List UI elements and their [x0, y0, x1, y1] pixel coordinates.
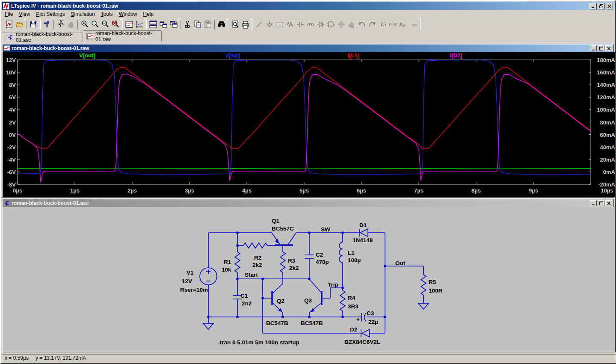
mirror-icon: EƎ — [388, 20, 397, 29]
svg-text:10k: 10k — [222, 266, 231, 273]
drag-button[interactable] — [346, 19, 357, 30]
component-button[interactable] — [326, 19, 336, 30]
close-button[interactable] — [606, 3, 613, 9]
ground-button[interactable] — [264, 19, 275, 30]
status-bar: x = 0.59µs y = 13.17V, 191.72mA — [1, 352, 616, 363]
capacitor-button[interactable] — [295, 19, 305, 30]
menu-simulation[interactable]: Simulation — [68, 10, 98, 18]
menu-view[interactable]: View — [16, 10, 33, 18]
inductor-button[interactable] — [305, 19, 316, 30]
svg-text:12V: 12V — [182, 278, 192, 284]
svg-text:180mA: 180mA — [597, 57, 615, 63]
zoom-out-icon — [101, 20, 110, 29]
svg-text:E: E — [381, 21, 384, 27]
menu-tools[interactable]: Tools — [98, 10, 116, 18]
svg-text:2V: 2V — [9, 119, 16, 126]
wave-maximize-button[interactable] — [598, 45, 604, 51]
component-icon — [327, 20, 335, 29]
schematic-icon — [7, 34, 14, 40]
net-label-button[interactable]: A — [275, 19, 285, 30]
svg-text:Start: Start — [245, 272, 258, 278]
svg-text:5µs: 5µs — [299, 187, 309, 194]
svg-text:100µ: 100µ — [348, 257, 361, 263]
mirror-button[interactable]: EƎ — [388, 19, 398, 30]
spice-directive-icon: .op — [409, 20, 418, 29]
svg-text:0V: 0V — [9, 132, 16, 138]
resistor-button[interactable] — [285, 19, 295, 30]
autorange-button[interactable] — [134, 19, 145, 30]
svg-text:L1: L1 — [348, 250, 355, 256]
zoom-fit-button[interactable] — [110, 19, 121, 30]
sch-minimize-button[interactable] — [590, 200, 597, 206]
schematic-canvas[interactable]: Q1BC557CSWD11N4148C2470pL1100µOutR5100RR… — [3, 207, 615, 352]
undo-button[interactable] — [357, 19, 367, 30]
menu-plot-settings[interactable]: Plot Settings — [33, 10, 68, 18]
schematic-icon — [3, 200, 10, 206]
tab-roman-black-buck-boost-01.raw[interactable]: roman-black-buck-boost-01.raw — [83, 30, 162, 42]
spice-directive-button[interactable]: .op — [408, 19, 418, 30]
svg-text:20mA: 20mA — [600, 157, 615, 163]
waveform-icon — [86, 33, 93, 39]
sch-close-button[interactable] — [605, 200, 612, 206]
text-button[interactable]: Aa — [398, 19, 408, 30]
cut-button[interactable] — [182, 19, 192, 30]
halt-button[interactable] — [66, 19, 76, 30]
save-button[interactable] — [28, 19, 38, 30]
wave-close-button[interactable] — [605, 45, 612, 51]
find-button[interactable] — [216, 19, 227, 30]
halt-icon — [67, 20, 75, 29]
tab-roman-black-buck-boost-01.asc[interactable]: roman-black-buck-boost-01.asc — [3, 32, 82, 42]
sch-maximize-button[interactable] — [598, 200, 604, 206]
plot-settings-button[interactable] — [124, 19, 134, 30]
new-schematic-button[interactable] — [4, 19, 15, 30]
menu-help[interactable]: Help — [140, 10, 157, 18]
svg-text:D1: D1 — [359, 222, 367, 228]
menu-file[interactable]: File — [2, 10, 16, 18]
move-button[interactable] — [336, 19, 346, 30]
rotate-button[interactable]: E — [377, 19, 388, 30]
copy-button[interactable] — [192, 19, 203, 30]
waveform-plot[interactable]: 0µs12V180mA1µs10V160mA2µs8V140mA3µs6V120… — [3, 52, 615, 197]
text-icon: Aa — [399, 20, 407, 29]
run-button[interactable] — [56, 19, 66, 30]
capacitor-icon — [296, 20, 305, 29]
zoom-area-button[interactable] — [90, 19, 100, 30]
rotate-icon: E — [378, 20, 387, 29]
print-button[interactable] — [240, 19, 251, 30]
paste-button[interactable] — [203, 19, 213, 30]
open-button[interactable] — [15, 19, 25, 30]
wave-minimize-button[interactable] — [590, 45, 597, 51]
svg-text:-8V: -8V — [7, 181, 16, 188]
menu-bar: FileViewPlot SettingsSimulationToolsWind… — [2, 10, 614, 18]
drag-icon — [347, 20, 356, 29]
minimize-button[interactable] — [589, 3, 597, 9]
svg-text:3µs: 3µs — [185, 187, 194, 194]
svg-text:I[L1]: I[L1] — [347, 52, 359, 59]
tile-vertical-button[interactable] — [158, 19, 169, 30]
svg-text:BC547B: BC547B — [301, 320, 323, 326]
print-preview-button[interactable] — [230, 19, 240, 30]
svg-text:2k2: 2k2 — [289, 265, 299, 271]
svg-text:8V: 8V — [9, 82, 16, 88]
tile-vertical-icon — [159, 20, 168, 29]
cascade-button[interactable] — [169, 19, 179, 30]
toolbar-separator — [252, 20, 253, 29]
cursor-y-readout: y = 13.17V, 191.72mA — [36, 355, 86, 361]
svg-text:R1: R1 — [224, 259, 231, 265]
tile-horizontal-button[interactable] — [148, 19, 158, 30]
zoom-in-button[interactable] — [80, 19, 90, 30]
svg-text:22µ: 22µ — [368, 319, 378, 325]
svg-text:-2V: -2V — [7, 144, 16, 151]
svg-text:D2: D2 — [350, 326, 357, 333]
svg-text:V1: V1 — [187, 269, 194, 276]
control-panel-button[interactable] — [42, 19, 52, 30]
redo-button[interactable] — [367, 19, 377, 30]
zoom-out-button[interactable] — [100, 19, 110, 30]
diode-button[interactable] — [316, 19, 326, 30]
wire-button[interactable] — [254, 19, 264, 30]
toolbar-separator — [26, 20, 27, 29]
restore-button[interactable] — [598, 3, 605, 9]
toolbar-separator — [122, 20, 123, 29]
menu-window[interactable]: Window — [116, 10, 140, 18]
svg-text:160mA: 160mA — [597, 69, 615, 76]
